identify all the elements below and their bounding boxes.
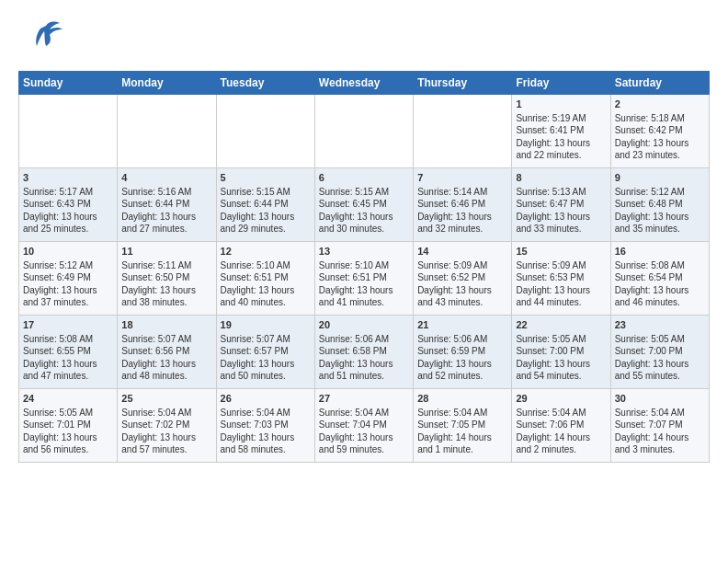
weekday-header-sunday: Sunday [19,72,118,95]
calendar-cell: 24Sunrise: 5:05 AM Sunset: 7:01 PM Dayli… [19,389,118,463]
day-number: 15 [516,245,606,259]
day-number: 18 [121,318,211,332]
calendar-cell: 7Sunrise: 5:14 AM Sunset: 6:46 PM Daylig… [414,168,512,242]
day-info: Sunrise: 5:09 AM Sunset: 6:53 PM Dayligh… [516,259,606,309]
calendar-cell: 11Sunrise: 5:11 AM Sunset: 6:50 PM Dayli… [118,242,216,316]
calendar-cell [216,95,314,168]
calendar-cell: 22Sunrise: 5:05 AM Sunset: 7:00 PM Dayli… [512,316,610,389]
day-info: Sunrise: 5:17 AM Sunset: 6:43 PM Dayligh… [23,186,113,236]
calendar-cell: 12Sunrise: 5:10 AM Sunset: 6:51 PM Dayli… [216,242,314,316]
day-info: Sunrise: 5:04 AM Sunset: 7:03 PM Dayligh… [221,407,311,456]
calendar-cell: 3Sunrise: 5:17 AM Sunset: 6:43 PM Daylig… [19,168,118,242]
day-info: Sunrise: 5:19 AM Sunset: 6:41 PM Dayligh… [516,112,606,162]
calendar-cell: 10Sunrise: 5:12 AM Sunset: 6:49 PM Dayli… [19,242,118,316]
calendar-cell: 9Sunrise: 5:12 AM Sunset: 6:48 PM Daylig… [610,168,709,242]
calendar-cell: 18Sunrise: 5:07 AM Sunset: 6:56 PM Dayli… [118,316,216,389]
day-info: Sunrise: 5:04 AM Sunset: 7:05 PM Dayligh… [417,407,507,456]
logo-icon [18,18,64,60]
calendar-cell: 30Sunrise: 5:04 AM Sunset: 7:07 PM Dayli… [610,389,709,463]
calendar-week-row: 17Sunrise: 5:08 AM Sunset: 6:55 PM Dayli… [19,316,710,389]
calendar-cell: 13Sunrise: 5:10 AM Sunset: 6:51 PM Dayli… [314,242,413,316]
calendar-cell: 23Sunrise: 5:05 AM Sunset: 7:00 PM Dayli… [610,316,709,389]
day-number: 23 [615,318,705,332]
calendar-week-row: 1Sunrise: 5:19 AM Sunset: 6:41 PM Daylig… [19,95,710,168]
day-number: 19 [221,318,311,332]
calendar-cell: 2Sunrise: 5:18 AM Sunset: 6:42 PM Daylig… [610,95,709,168]
calendar-week-row: 3Sunrise: 5:17 AM Sunset: 6:43 PM Daylig… [19,168,710,242]
day-info: Sunrise: 5:07 AM Sunset: 6:56 PM Dayligh… [121,333,211,383]
day-info: Sunrise: 5:08 AM Sunset: 6:54 PM Dayligh… [615,259,705,309]
day-info: Sunrise: 5:05 AM Sunset: 7:00 PM Dayligh… [516,333,606,383]
calendar-cell: 26Sunrise: 5:04 AM Sunset: 7:03 PM Dayli… [216,389,314,463]
calendar-cell: 29Sunrise: 5:04 AM Sunset: 7:06 PM Dayli… [512,389,610,463]
day-number: 6 [319,171,409,185]
day-info: Sunrise: 5:12 AM Sunset: 6:49 PM Dayligh… [23,259,113,309]
day-number: 27 [319,392,409,406]
day-info: Sunrise: 5:15 AM Sunset: 6:45 PM Dayligh… [319,186,409,236]
day-number: 24 [23,392,113,406]
calendar-cell: 20Sunrise: 5:06 AM Sunset: 6:58 PM Dayli… [314,316,413,389]
weekday-header-thursday: Thursday [414,72,512,95]
calendar-cell: 15Sunrise: 5:09 AM Sunset: 6:53 PM Dayli… [512,242,610,316]
calendar-cell: 5Sunrise: 5:15 AM Sunset: 6:44 PM Daylig… [216,168,314,242]
day-number: 26 [221,392,311,406]
day-info: Sunrise: 5:12 AM Sunset: 6:48 PM Dayligh… [615,186,705,236]
day-info: Sunrise: 5:04 AM Sunset: 7:02 PM Dayligh… [121,407,211,456]
day-info: Sunrise: 5:06 AM Sunset: 6:58 PM Dayligh… [319,333,409,383]
day-number: 29 [516,392,606,406]
day-number: 1 [516,98,606,111]
day-number: 30 [615,392,705,406]
day-number: 10 [23,245,113,259]
day-number: 11 [121,245,211,259]
day-number: 17 [23,318,113,332]
day-number: 3 [23,171,113,185]
calendar-week-row: 10Sunrise: 5:12 AM Sunset: 6:49 PM Dayli… [19,242,710,316]
calendar-cell [414,95,512,168]
calendar-cell [19,95,118,168]
calendar-cell: 6Sunrise: 5:15 AM Sunset: 6:45 PM Daylig… [314,168,413,242]
weekday-header-tuesday: Tuesday [216,72,314,95]
day-info: Sunrise: 5:10 AM Sunset: 6:51 PM Dayligh… [221,259,311,309]
day-info: Sunrise: 5:05 AM Sunset: 7:01 PM Dayligh… [23,407,113,456]
day-number: 21 [417,318,507,332]
day-info: Sunrise: 5:05 AM Sunset: 7:00 PM Dayligh… [615,333,705,383]
calendar-cell: 27Sunrise: 5:04 AM Sunset: 7:04 PM Dayli… [314,389,413,463]
day-info: Sunrise: 5:15 AM Sunset: 6:44 PM Dayligh… [221,186,311,236]
calendar-cell: 25Sunrise: 5:04 AM Sunset: 7:02 PM Dayli… [118,389,216,463]
day-number: 2 [615,98,705,111]
day-info: Sunrise: 5:13 AM Sunset: 6:47 PM Dayligh… [516,186,606,236]
calendar-cell: 1Sunrise: 5:19 AM Sunset: 6:41 PM Daylig… [512,95,610,168]
day-info: Sunrise: 5:09 AM Sunset: 6:52 PM Dayligh… [417,259,507,309]
day-info: Sunrise: 5:04 AM Sunset: 7:04 PM Dayligh… [319,407,409,456]
page-container: SundayMondayTuesdayWednesdayThursdayFrid… [0,0,728,472]
calendar-cell [314,95,413,168]
day-info: Sunrise: 5:08 AM Sunset: 6:55 PM Dayligh… [23,333,113,383]
calendar-cell [118,95,216,168]
day-info: Sunrise: 5:04 AM Sunset: 7:07 PM Dayligh… [615,407,705,456]
day-info: Sunrise: 5:06 AM Sunset: 6:59 PM Dayligh… [417,333,507,383]
day-number: 7 [417,171,507,185]
header [18,15,710,63]
day-number: 8 [516,171,606,185]
day-info: Sunrise: 5:04 AM Sunset: 7:06 PM Dayligh… [516,407,606,456]
day-info: Sunrise: 5:18 AM Sunset: 6:42 PM Dayligh… [615,112,705,162]
day-info: Sunrise: 5:07 AM Sunset: 6:57 PM Dayligh… [221,333,311,383]
calendar-cell: 21Sunrise: 5:06 AM Sunset: 6:59 PM Dayli… [414,316,512,389]
day-info: Sunrise: 5:11 AM Sunset: 6:50 PM Dayligh… [121,259,211,309]
weekday-header-friday: Friday [512,72,610,95]
day-number: 14 [417,245,507,259]
weekday-header-saturday: Saturday [610,72,709,95]
calendar-cell: 14Sunrise: 5:09 AM Sunset: 6:52 PM Dayli… [414,242,512,316]
weekday-header-monday: Monday [118,72,216,95]
day-number: 4 [121,171,211,185]
logo [18,18,57,63]
day-number: 5 [221,171,311,185]
calendar-cell: 16Sunrise: 5:08 AM Sunset: 6:54 PM Dayli… [610,242,709,316]
day-number: 13 [319,245,409,259]
calendar-cell: 19Sunrise: 5:07 AM Sunset: 6:57 PM Dayli… [216,316,314,389]
day-number: 16 [615,245,705,259]
calendar-week-row: 24Sunrise: 5:05 AM Sunset: 7:01 PM Dayli… [19,389,710,463]
day-info: Sunrise: 5:14 AM Sunset: 6:46 PM Dayligh… [417,186,507,236]
day-number: 28 [417,392,507,406]
day-info: Sunrise: 5:10 AM Sunset: 6:51 PM Dayligh… [319,259,409,309]
